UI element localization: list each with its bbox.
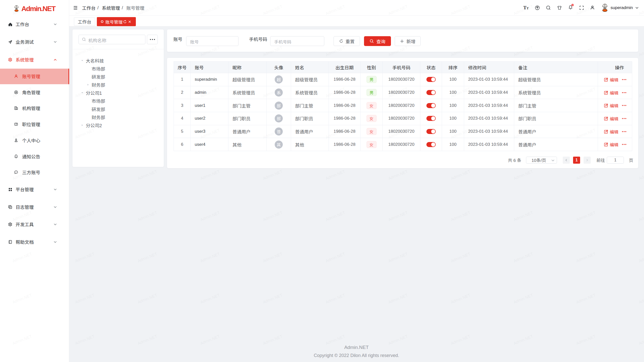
svg-text:Admin.NET: Admin.NET [74, 169, 95, 181]
svg-text:Admin.NET: Admin.NET [450, 210, 471, 222]
svg-text:Admin.NET: Admin.NET [638, 169, 644, 181]
svg-text:Admin.NET: Admin.NET [137, 169, 158, 181]
svg-text:Admin.NET: Admin.NET [450, 334, 471, 346]
svg-text:Admin.NET: Admin.NET [262, 252, 283, 263]
svg-text:Admin.NET: Admin.NET [513, 210, 534, 222]
svg-text:Admin.NET: Admin.NET [388, 252, 409, 263]
svg-text:Admin.NET: Admin.NET [74, 252, 95, 263]
svg-text:Admin.NET: Admin.NET [262, 210, 283, 222]
svg-text:Admin.NET: Admin.NET [576, 210, 596, 222]
svg-text:Admin.NET: Admin.NET [576, 169, 596, 181]
svg-text:Admin.NET: Admin.NET [325, 210, 346, 222]
svg-text:Admin.NET: Admin.NET [513, 169, 534, 181]
svg-text:Admin.NET: Admin.NET [325, 334, 346, 346]
svg-text:Admin.NET: Admin.NET [200, 334, 221, 346]
svg-text:Admin.NET: Admin.NET [200, 293, 221, 304]
svg-text:Admin.NET: Admin.NET [638, 46, 644, 57]
svg-text:Admin.NET: Admin.NET [638, 334, 644, 346]
svg-text:Admin.NET: Admin.NET [513, 252, 534, 263]
svg-text:Admin.NET: Admin.NET [576, 334, 596, 346]
svg-text:Admin.NET: Admin.NET [576, 252, 596, 263]
svg-text:Admin.NET: Admin.NET [388, 334, 409, 346]
svg-text:Admin.NET: Admin.NET [638, 293, 644, 304]
svg-text:Admin.NET: Admin.NET [325, 293, 346, 304]
svg-text:Admin.NET: Admin.NET [74, 293, 95, 304]
svg-text:Admin.NET: Admin.NET [200, 210, 221, 222]
svg-text:Admin.NET: Admin.NET [450, 293, 471, 304]
svg-text:Admin.NET: Admin.NET [388, 210, 409, 222]
svg-text:Admin.NET: Admin.NET [74, 334, 95, 346]
svg-text:Admin.NET: Admin.NET [262, 334, 283, 346]
svg-text:Admin.NET: Admin.NET [513, 293, 534, 304]
svg-text:Admin.NET: Admin.NET [74, 210, 95, 222]
svg-text:Admin.NET: Admin.NET [388, 169, 409, 181]
svg-text:Admin.NET: Admin.NET [638, 128, 644, 140]
svg-text:Admin.NET: Admin.NET [200, 169, 221, 181]
svg-text:Admin.NET: Admin.NET [137, 210, 158, 222]
svg-text:Admin.NET: Admin.NET [325, 169, 346, 181]
svg-text:Admin.NET: Admin.NET [200, 252, 221, 263]
svg-text:Admin.NET: Admin.NET [137, 293, 158, 304]
svg-text:Admin.NET: Admin.NET [262, 293, 283, 304]
svg-text:Admin.NET: Admin.NET [137, 252, 158, 263]
svg-text:Admin.NET: Admin.NET [638, 210, 644, 222]
svg-text:Admin.NET: Admin.NET [638, 87, 644, 98]
svg-text:Admin.NET: Admin.NET [137, 334, 158, 346]
svg-text:Admin.NET: Admin.NET [325, 252, 346, 263]
svg-text:Admin.NET: Admin.NET [638, 252, 644, 263]
svg-text:Admin.NET: Admin.NET [576, 293, 596, 304]
svg-text:Admin.NET: Admin.NET [262, 169, 283, 181]
svg-text:Admin.NET: Admin.NET [450, 169, 471, 181]
svg-text:Admin.NET: Admin.NET [513, 334, 534, 346]
svg-text:Admin.NET: Admin.NET [388, 293, 409, 304]
svg-text:Admin.NET: Admin.NET [450, 252, 471, 263]
